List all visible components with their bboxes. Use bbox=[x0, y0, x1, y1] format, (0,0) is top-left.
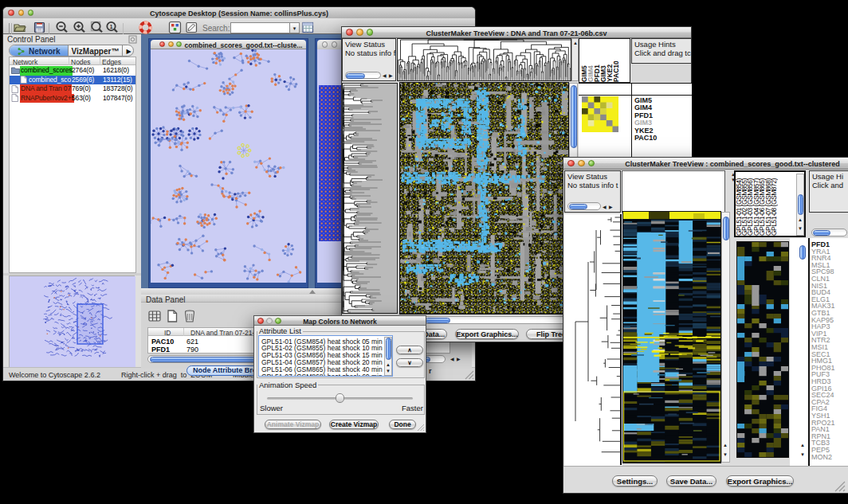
svg-text:1: 1 bbox=[110, 24, 113, 29]
